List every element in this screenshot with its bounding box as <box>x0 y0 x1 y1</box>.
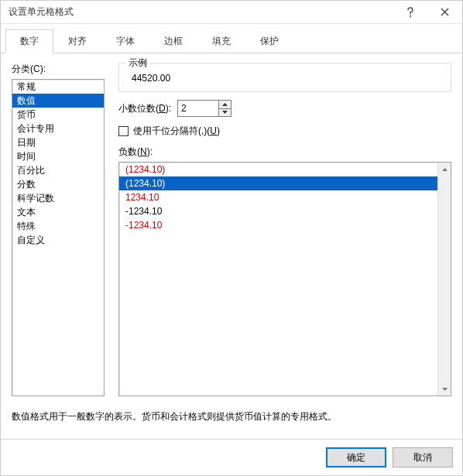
scroll-track[interactable] <box>438 176 451 382</box>
sample-legend: 示例 <box>125 57 150 70</box>
category-item[interactable]: 会计专用 <box>12 122 104 135</box>
tab-0[interactable]: 数字 <box>5 29 53 53</box>
negatives-list[interactable]: (1234.10)(1234.10)1234.10-1234.10-1234.1… <box>118 162 451 396</box>
category-item[interactable]: 分数 <box>12 177 104 191</box>
category-item[interactable]: 自定义 <box>12 233 104 247</box>
ok-button-label: 确定 <box>347 451 365 464</box>
scroll-down-button[interactable] <box>438 382 451 396</box>
dialog-body: 分类(C): 常规数值货币会计专用日期时间百分比分数科学记数文本特殊自定义 示例… <box>1 53 462 439</box>
tab-3[interactable]: 边框 <box>149 29 197 53</box>
negatives-item[interactable]: (1234.10) <box>119 163 437 176</box>
sample-value: 44520.00 <box>127 73 443 84</box>
negatives-item[interactable]: (1234.10) <box>119 176 437 190</box>
category-item[interactable]: 时间 <box>12 149 104 163</box>
tab-2[interactable]: 字体 <box>101 29 149 53</box>
decimals-spinner[interactable] <box>177 100 232 117</box>
tab-1[interactable]: 对齐 <box>53 29 101 53</box>
thousands-checkbox-row[interactable]: 使用千位分隔符(,)(U) <box>118 125 451 138</box>
category-item[interactable]: 货币 <box>12 108 104 122</box>
chevron-up-icon <box>222 103 228 106</box>
tabs: 数字对齐字体边框填充保护 <box>1 24 462 53</box>
titlebar: 设置单元格格式 <box>1 1 462 24</box>
category-item[interactable]: 科学记数 <box>12 191 104 205</box>
decimals-row: 小数位数(D): <box>118 100 451 117</box>
category-item[interactable]: 特殊 <box>12 219 104 233</box>
chevron-down-icon <box>222 111 228 114</box>
spinner-buttons <box>219 100 232 117</box>
category-item[interactable]: 数值 <box>12 94 104 108</box>
negatives-item[interactable]: 1234.10 <box>119 190 437 204</box>
cancel-button[interactable]: 取消 <box>393 447 453 467</box>
close-icon <box>441 8 449 16</box>
category-panel: 分类(C): 常规数值货币会计专用日期时间百分比分数科学记数文本特殊自定义 <box>12 63 105 396</box>
category-item[interactable]: 日期 <box>12 135 104 149</box>
description-text: 数值格式用于一般数字的表示。货币和会计格式则提供货币值计算的专用格式。 <box>12 410 451 423</box>
window-title: 设置单元格格式 <box>9 5 74 19</box>
category-label: 分类(C): <box>12 63 105 76</box>
spin-up-button[interactable] <box>219 101 231 109</box>
negatives-label: 负数(N): <box>118 146 451 159</box>
cancel-button-label: 取消 <box>413 451 432 464</box>
thousands-checkbox[interactable] <box>118 126 129 136</box>
chevron-down-icon <box>442 388 448 391</box>
help-button[interactable] <box>393 1 427 24</box>
chevron-up-icon <box>442 168 448 171</box>
negatives-item[interactable]: -1234.10 <box>119 204 437 218</box>
format-cells-dialog: 设置单元格格式 数字对齐字体边框填充保护 分类(C): 常规数值货币会计专用日期… <box>0 0 463 476</box>
sample-group: 示例 44520.00 <box>118 63 451 92</box>
negatives-item[interactable]: -1234.10 <box>119 218 437 232</box>
decimals-label: 小数位数(D): <box>118 102 171 115</box>
spin-down-button[interactable] <box>219 109 231 117</box>
tab-5[interactable]: 保护 <box>245 29 293 53</box>
category-item[interactable]: 百分比 <box>12 163 104 177</box>
button-bar: 确定 取消 <box>1 439 462 475</box>
ok-button[interactable]: 确定 <box>326 447 386 467</box>
settings-panel: 示例 44520.00 小数位数(D): <box>105 63 451 396</box>
tab-4[interactable]: 填充 <box>197 29 245 53</box>
category-item[interactable]: 文本 <box>12 205 104 219</box>
close-button[interactable] <box>427 1 462 24</box>
thousands-label: 使用千位分隔符(,)(U) <box>133 125 220 138</box>
category-item[interactable]: 常规 <box>12 80 104 94</box>
decimals-input[interactable] <box>177 100 219 117</box>
category-list[interactable]: 常规数值货币会计专用日期时间百分比分数科学记数文本特殊自定义 <box>12 79 105 396</box>
negatives-scrollbar[interactable] <box>437 163 451 396</box>
scroll-up-button[interactable] <box>438 163 451 176</box>
help-icon <box>406 7 414 18</box>
